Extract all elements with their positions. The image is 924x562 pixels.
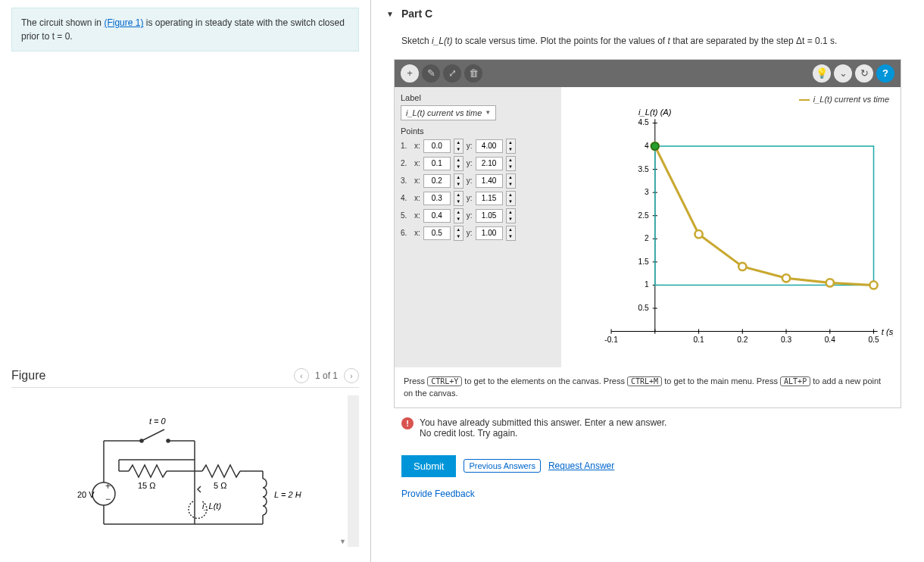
svg-point-7 <box>92 482 115 505</box>
y-label: y: <box>467 194 473 202</box>
svg-point-65 <box>695 230 702 238</box>
svg-text:0.5: 0.5 <box>638 304 648 312</box>
dropdown-button[interactable]: ⌄ <box>834 64 852 83</box>
circuit-diagram: + − <box>11 395 359 547</box>
svg-text:t (s): t (s) <box>882 326 893 336</box>
svg-point-67 <box>782 274 790 282</box>
x-spinner[interactable]: ▲▼ <box>454 191 464 206</box>
delete-tool-button[interactable]: 🗑 <box>464 64 482 83</box>
point-x-input[interactable] <box>423 174 451 188</box>
point-number: 4. <box>401 194 411 202</box>
x-spinner[interactable]: ▲▼ <box>454 156 464 171</box>
reset-button[interactable]: ↻ <box>855 64 873 83</box>
x-label: x: <box>414 194 420 202</box>
previous-answers-button[interactable]: Previous Answers <box>464 459 540 473</box>
svg-point-2 <box>140 439 143 442</box>
edit-tool-button[interactable]: ✎ <box>422 64 440 83</box>
figure-pager: ‹ 1 of 1 › <box>294 368 359 383</box>
hint-button[interactable]: 💡 <box>813 64 831 83</box>
point-row: 1. x: ▲▼ y: ▲▼ <box>401 139 555 154</box>
x-label: x: <box>414 229 420 237</box>
point-row: 2. x: ▲▼ y: ▲▼ <box>401 156 555 171</box>
svg-text:t = 0: t = 0 <box>149 417 167 426</box>
feedback-line: You have already submitted this answer. … <box>420 417 666 428</box>
pager-text: 1 of 1 <box>315 370 338 381</box>
y-spinner[interactable]: ▲▼ <box>506 208 516 223</box>
svg-text:2.5: 2.5 <box>638 211 648 220</box>
svg-text:20 V: 20 V <box>77 490 95 499</box>
label-heading: Label <box>401 93 555 102</box>
caret-down-icon: ▼ <box>386 10 394 18</box>
label-dropdown[interactable]: i_L(t) current vs time <box>401 105 496 120</box>
submit-button[interactable]: Submit <box>401 455 456 477</box>
request-answer-link[interactable]: Request Answer <box>548 461 614 471</box>
point-x-input[interactable] <box>423 209 451 223</box>
svg-text:5 Ω: 5 Ω <box>214 481 226 490</box>
svg-text:i_L(t) (A): i_L(t) (A) <box>638 108 672 117</box>
svg-text:0.2: 0.2 <box>737 336 748 344</box>
part-title: Part C <box>401 8 432 20</box>
help-button[interactable]: ? <box>876 64 894 83</box>
x-spinner[interactable]: ▲▼ <box>454 139 464 154</box>
svg-text:−: − <box>105 494 111 504</box>
y-spinner[interactable]: ▲▼ <box>506 173 516 189</box>
y-label: y: <box>467 211 473 220</box>
figure-title: Figure <box>11 369 45 382</box>
point-x-input[interactable] <box>423 192 451 205</box>
svg-text:-0.1: -0.1 <box>604 336 618 344</box>
point-row: 4. x: ▲▼ y: ▲▼ <box>401 191 555 206</box>
feedback-line: No credit lost. Try again. <box>420 428 666 439</box>
point-x-input[interactable] <box>423 157 451 170</box>
add-point-button[interactable]: + <box>401 64 419 83</box>
point-x-input[interactable] <box>423 226 451 240</box>
scroll-indicator-icon: ▼ <box>339 538 346 545</box>
svg-text:4: 4 <box>645 142 649 150</box>
point-y-input[interactable] <box>476 209 503 223</box>
part-header[interactable]: ▼ Part C <box>386 4 909 23</box>
feedback-message: ! You have already submitted this answer… <box>386 408 909 448</box>
point-y-input[interactable] <box>476 139 503 153</box>
x-spinner[interactable]: ▲▼ <box>454 208 464 223</box>
points-heading: Points <box>401 126 555 136</box>
provide-feedback-link[interactable]: Provide Feedback <box>386 485 909 503</box>
svg-point-70 <box>651 142 659 150</box>
y-spinner[interactable]: ▲▼ <box>506 226 516 241</box>
point-row: 3. x: ▲▼ y: ▲▼ <box>401 173 555 189</box>
svg-text:3: 3 <box>645 188 649 196</box>
x-spinner[interactable]: ▲▼ <box>454 226 464 241</box>
problem-statement: The circuit shown in (Figure 1) is opera… <box>11 8 359 52</box>
points-panel: Label i_L(t) current vs time Points 1. x… <box>395 87 561 367</box>
graph-editor: + ✎ ⤢ 🗑 💡 ⌄ ↻ ? Label i_L(t) <box>394 59 901 408</box>
plot-area[interactable]: i_L(t) current vs time -0.10.10.20.30.40… <box>561 87 901 367</box>
y-spinner[interactable]: ▲▼ <box>506 139 516 154</box>
y-label: y: <box>467 159 473 167</box>
figure-link[interactable]: (Figure 1) <box>104 17 143 28</box>
svg-point-66 <box>738 263 746 270</box>
point-row: 6. x: ▲▼ y: ▲▼ <box>401 226 555 241</box>
problem-text: The circuit shown in <box>21 17 104 28</box>
y-spinner[interactable]: ▲▼ <box>506 191 516 206</box>
point-y-input[interactable] <box>476 192 503 205</box>
svg-text:+: + <box>105 481 111 492</box>
y-spinner[interactable]: ▲▼ <box>506 156 516 171</box>
point-number: 3. <box>401 176 411 185</box>
pager-next-button[interactable]: › <box>344 368 359 383</box>
point-number: 2. <box>401 159 411 167</box>
move-tool-button[interactable]: ⤢ <box>443 64 461 83</box>
point-row: 5. x: ▲▼ y: ▲▼ <box>401 208 555 223</box>
pager-prev-button[interactable]: ‹ <box>294 368 309 383</box>
y-label: y: <box>467 176 473 185</box>
svg-text:3.5: 3.5 <box>638 164 648 173</box>
x-label: x: <box>414 142 420 150</box>
editor-toolbar: + ✎ ⤢ 🗑 💡 ⌄ ↻ ? <box>395 60 901 87</box>
point-x-input[interactable] <box>423 139 451 153</box>
svg-text:1.5: 1.5 <box>638 258 648 266</box>
point-y-input[interactable] <box>476 226 503 240</box>
svg-text:15 Ω: 15 Ω <box>138 481 156 490</box>
y-label: y: <box>467 229 473 237</box>
x-label: x: <box>414 159 420 167</box>
point-y-input[interactable] <box>476 174 503 188</box>
x-spinner[interactable]: ▲▼ <box>454 173 464 189</box>
point-y-input[interactable] <box>476 157 503 170</box>
points-list: 1. x: ▲▼ y: ▲▼ 2. x: ▲▼ y: ▲▼ 3. x: ▲▼ y… <box>401 139 555 241</box>
